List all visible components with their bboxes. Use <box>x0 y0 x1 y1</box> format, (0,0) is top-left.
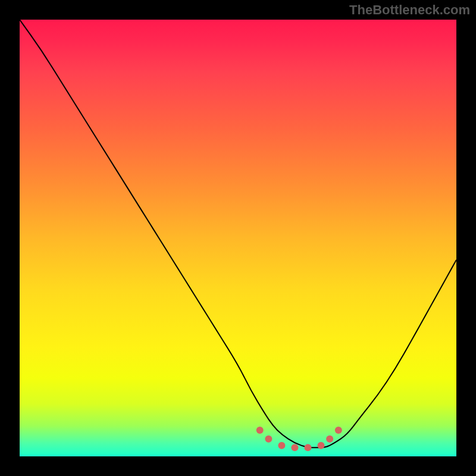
optimal-dot <box>291 444 298 451</box>
optimal-dot <box>335 427 342 434</box>
optimal-zone-dots <box>256 427 342 451</box>
watermark-text: TheBottleneck.com <box>349 2 470 18</box>
chart-plot-area <box>20 20 456 456</box>
optimal-dot <box>326 436 333 443</box>
optimal-dot <box>304 444 311 451</box>
optimal-dot <box>278 442 285 449</box>
curve-line <box>20 20 456 447</box>
optimal-dot <box>317 442 324 449</box>
bottleneck-curve <box>20 20 456 456</box>
optimal-dot <box>256 427 264 434</box>
optimal-dot <box>265 436 272 443</box>
